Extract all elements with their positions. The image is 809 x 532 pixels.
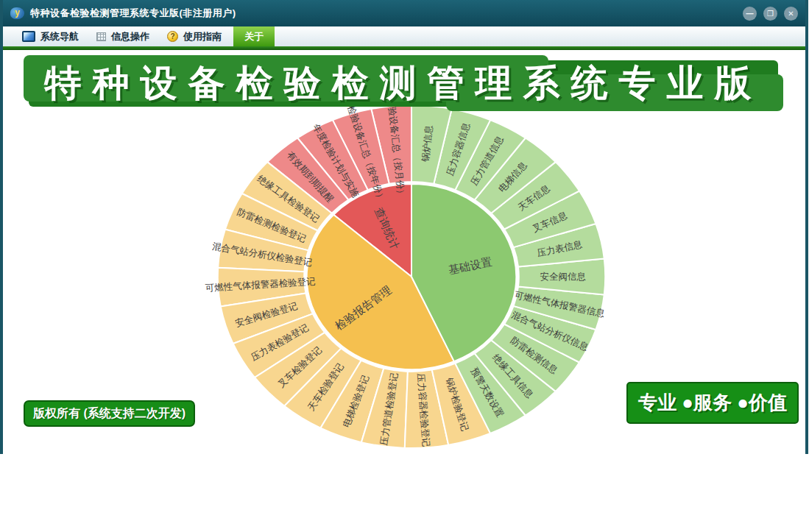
menu-information-operations[interactable]: 信息操作 [88,26,158,46]
copyright-badge: 版权所有 (系统支持二次开发) [24,400,195,427]
titlebar[interactable]: y 特种设备检验检测管理系统专业版(非注册用户) — ❐ ✕ [3,0,805,26]
menu-label: 信息操作 [111,30,149,43]
menu-label: 系统导航 [40,30,79,43]
banner: 特种设备检验检测管理系统专业版 [29,60,778,107]
app-window: y 特种设备检验检测管理系统专业版(非注册用户) — ❐ ✕ 系统导航 信息操作… [0,0,808,454]
menu-user-guide[interactable]: ? 使用指南 [158,26,230,46]
banner-title: 特种设备检验检测管理系统专业版 [45,59,763,108]
app-logo-icon: y [10,7,24,19]
minimize-button[interactable]: — [743,7,757,21]
window-title: 特种设备检验检测管理系统专业版(非注册用户) [30,7,743,20]
help-coin-icon: ? [167,31,178,42]
menu-label: 关于 [244,30,264,43]
menu-label: 使用指南 [183,30,222,43]
grid-icon [96,32,106,41]
slogan-badge: 专业 ●服务 ●价值 [626,382,799,424]
maximize-button[interactable]: ❐ [763,7,777,21]
screen-icon [22,31,35,42]
menu-system-navigation[interactable]: 系统导航 [13,26,88,46]
tab-about[interactable]: 关于 [233,26,275,46]
content-area: 已检验设备汇总（按月份）已检验设备汇总（按年份）年度检验计划与实施有效期到期提醒… [3,50,805,473]
chart-label: 安全阀信息 [540,272,586,282]
close-button[interactable]: ✕ [784,7,798,21]
toolbar: 系统导航 信息操作 ? 使用指南 关于 [3,26,805,46]
window-controls: — ❐ ✕ [743,7,798,21]
